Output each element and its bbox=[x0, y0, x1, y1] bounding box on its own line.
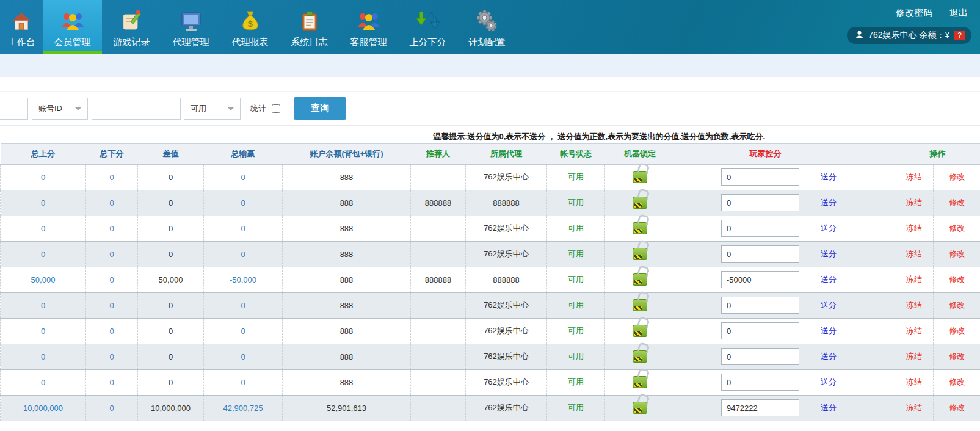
cell-freeze: 冻结 bbox=[895, 164, 934, 190]
control-points-input[interactable] bbox=[721, 220, 799, 237]
header-total-down: 总下分 bbox=[86, 143, 138, 164]
unlocked-green-padlock-icon[interactable] bbox=[633, 197, 647, 209]
send-points-link[interactable]: 送分 bbox=[821, 351, 837, 362]
send-points-link[interactable]: 送分 bbox=[821, 172, 837, 183]
send-points-link[interactable]: 送分 bbox=[821, 248, 837, 259]
nav-item-service-management[interactable]: 客服管理 bbox=[339, 0, 398, 54]
stats-label: 统计 bbox=[250, 103, 266, 114]
cell-modify: 修改 bbox=[934, 215, 980, 241]
cell-total-up: 0 bbox=[1, 344, 86, 369]
nav-item-points-updown[interactable]: 上分下分 bbox=[398, 0, 457, 54]
freeze-link[interactable]: 冻结 bbox=[906, 198, 922, 207]
modify-link[interactable]: 修改 bbox=[949, 326, 965, 335]
control-points-input[interactable] bbox=[721, 399, 799, 416]
unlocked-green-padlock-icon[interactable] bbox=[633, 248, 647, 260]
nav-item-game-records[interactable]: 游戏记录 bbox=[102, 0, 161, 54]
modify-link[interactable]: 修改 bbox=[949, 403, 965, 412]
search-field-select[interactable]: 账号ID bbox=[32, 98, 88, 120]
cell-player-control: 送分 bbox=[675, 369, 895, 395]
status-select[interactable]: 可用 bbox=[184, 98, 241, 120]
stats-checkbox[interactable] bbox=[272, 104, 280, 113]
nav-item-agent-report[interactable]: $ 代理报表 bbox=[220, 0, 280, 54]
unlocked-green-padlock-icon[interactable] bbox=[633, 325, 647, 337]
account-balance-pill[interactable]: 762娱乐中心 余额：¥ ? bbox=[847, 27, 971, 44]
send-points-link[interactable]: 送分 bbox=[821, 300, 837, 311]
unlocked-green-padlock-icon[interactable] bbox=[633, 402, 647, 414]
freeze-link[interactable]: 冻结 bbox=[906, 352, 922, 361]
cell-diff: 0 bbox=[138, 369, 204, 395]
nav-item-plan-config[interactable]: 计划配置 bbox=[457, 0, 517, 54]
cell-machine-lock bbox=[605, 164, 675, 190]
modify-link[interactable]: 修改 bbox=[949, 223, 965, 233]
cell-diff: 0 bbox=[138, 292, 204, 318]
cutoff-input[interactable] bbox=[0, 98, 28, 120]
logout-link[interactable]: 退出 bbox=[949, 7, 968, 19]
control-points-input[interactable] bbox=[721, 297, 799, 314]
send-points-link[interactable]: 送分 bbox=[821, 197, 837, 208]
balance-text: 762娱乐中心 余额：¥ bbox=[868, 30, 949, 41]
modify-link[interactable]: 修改 bbox=[949, 172, 965, 181]
freeze-link[interactable]: 冻结 bbox=[906, 403, 922, 412]
cell-freeze: 冻结 bbox=[895, 215, 934, 241]
unlocked-green-padlock-icon[interactable] bbox=[633, 273, 647, 286]
unlocked-green-padlock-icon[interactable] bbox=[633, 299, 647, 311]
cell-total-up: 0 bbox=[1, 292, 86, 318]
send-points-link[interactable]: 送分 bbox=[821, 274, 837, 285]
cell-account-status: 可用 bbox=[547, 344, 605, 369]
cell-account-status: 可用 bbox=[547, 395, 605, 421]
keyword-input[interactable] bbox=[92, 98, 181, 120]
cell-diff: 10,000,000 bbox=[138, 395, 204, 421]
cell-total-down: 0 bbox=[86, 395, 138, 421]
cell-referrer bbox=[411, 241, 466, 267]
control-points-input[interactable] bbox=[721, 374, 799, 391]
send-points-link[interactable]: 送分 bbox=[821, 402, 837, 413]
table-row: 0000888888888888888可用送分冻结修改 bbox=[1, 190, 980, 215]
balance-hidden-badge[interactable]: ? bbox=[954, 31, 965, 40]
cell-modify: 修改 bbox=[934, 190, 980, 215]
modify-link[interactable]: 修改 bbox=[949, 249, 965, 258]
control-points-input[interactable] bbox=[721, 194, 799, 211]
nav-item-workbench[interactable]: 工作台 bbox=[0, 0, 43, 54]
freeze-link[interactable]: 冻结 bbox=[906, 223, 922, 233]
unlocked-green-padlock-icon[interactable] bbox=[633, 171, 647, 183]
user-icon bbox=[855, 30, 864, 41]
status-select-value: 可用 bbox=[191, 103, 206, 114]
control-points-input[interactable] bbox=[721, 271, 799, 288]
cell-total-winloss: 0 bbox=[204, 369, 283, 395]
freeze-link[interactable]: 冻结 bbox=[906, 377, 922, 386]
unlocked-green-padlock-icon[interactable] bbox=[633, 376, 647, 388]
control-points-input[interactable] bbox=[721, 168, 799, 186]
modify-link[interactable]: 修改 bbox=[949, 198, 965, 207]
modify-link[interactable]: 修改 bbox=[949, 275, 965, 284]
cell-machine-lock bbox=[605, 318, 675, 344]
modify-link[interactable]: 修改 bbox=[949, 377, 965, 386]
nav-item-agent-management[interactable]: 代理管理 bbox=[161, 0, 220, 54]
modify-link[interactable]: 修改 bbox=[949, 352, 965, 361]
unlocked-green-padlock-icon[interactable] bbox=[633, 222, 647, 234]
nav-item-system-log[interactable]: 系统日志 bbox=[280, 0, 339, 54]
send-points-link[interactable]: 送分 bbox=[821, 377, 837, 388]
control-points-input[interactable] bbox=[721, 322, 799, 339]
chevron-down-icon bbox=[228, 107, 234, 114]
control-points-input[interactable] bbox=[721, 245, 799, 263]
unlocked-green-padlock-icon[interactable] bbox=[633, 350, 647, 363]
freeze-link[interactable]: 冻结 bbox=[906, 172, 922, 181]
cell-referrer bbox=[411, 318, 466, 344]
cell-total-up: 0 bbox=[1, 241, 86, 267]
change-password-link[interactable]: 修改密码 bbox=[896, 7, 932, 19]
send-points-link[interactable]: 送分 bbox=[821, 223, 837, 234]
modify-link[interactable]: 修改 bbox=[949, 300, 965, 310]
members-icon bbox=[60, 7, 85, 34]
cell-agent: 888888 bbox=[466, 267, 547, 292]
nav-item-members[interactable]: 会员管理 bbox=[43, 0, 102, 54]
freeze-link[interactable]: 冻结 bbox=[906, 300, 922, 310]
send-points-link[interactable]: 送分 bbox=[821, 325, 837, 336]
freeze-link[interactable]: 冻结 bbox=[906, 249, 922, 258]
freeze-link[interactable]: 冻结 bbox=[906, 275, 922, 284]
cell-total-up: 10,000,000 bbox=[1, 395, 86, 421]
account-links: 修改密码 退出 bbox=[896, 7, 968, 19]
control-points-input[interactable] bbox=[721, 348, 799, 365]
freeze-link[interactable]: 冻结 bbox=[906, 326, 922, 335]
search-button[interactable]: 查询 bbox=[294, 97, 346, 120]
cell-player-control: 送分 bbox=[675, 318, 895, 344]
